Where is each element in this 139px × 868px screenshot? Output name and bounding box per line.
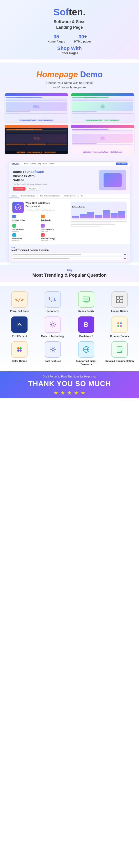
bm-nav-btn[interactable]: Get Started bbox=[116, 162, 128, 165]
svg-rect-4 bbox=[34, 137, 36, 140]
svg-rect-16 bbox=[116, 296, 119, 299]
star-2: ★ bbox=[60, 390, 65, 396]
star-3: ★ bbox=[67, 390, 72, 396]
bm-tab-2[interactable]: Sass Landing Page bbox=[19, 194, 38, 198]
features-row-2: Ps Pixel Perfect Modern Technology bbox=[4, 316, 135, 338]
feature-docs: Detailed Documentation bbox=[105, 341, 135, 366]
color-option-icon bbox=[16, 346, 23, 353]
bm-faq-item-1-icon bbox=[124, 254, 126, 255]
demo-card-4[interactable]: All Your Business Into A New Level aplic… bbox=[71, 125, 135, 154]
bm-chart: Software Growth bbox=[71, 202, 127, 220]
feature-banner: Creative Banner bbox=[105, 316, 135, 338]
svg-line-28 bbox=[50, 326, 51, 327]
stats-row: 05 Home Pages 30+ HTML pages bbox=[4, 34, 135, 43]
stars-row: ★ ★ ★ ★ ★ bbox=[4, 390, 135, 396]
feature-cool-icon-box bbox=[45, 341, 61, 358]
bm-content-right: Software Growth bbox=[71, 202, 127, 241]
logo: Soften. bbox=[4, 7, 135, 18]
bm-feature-development: Development Read More bbox=[12, 233, 40, 241]
big-mockup-container: SofLead Home Features Blog Pages Contact… bbox=[0, 159, 139, 262]
demo-title-orange: Homepage bbox=[36, 70, 78, 79]
svg-point-35 bbox=[17, 349, 20, 352]
docs-icon bbox=[116, 346, 123, 353]
svg-point-36 bbox=[20, 349, 22, 352]
bm-hero-btn-primary[interactable]: Get Started bbox=[13, 187, 26, 191]
demo-card-1[interactable]: New Generation Of Software Design Softwa… bbox=[4, 93, 68, 123]
svg-rect-7 bbox=[101, 137, 104, 139]
star-4: ★ bbox=[74, 390, 79, 396]
bm-faq-item-2 bbox=[11, 257, 128, 260]
bm-tab-4[interactable]: Startup Business bbox=[62, 194, 79, 198]
feature-cool: Cool Features bbox=[38, 341, 68, 366]
bm-faq-item-2-icon bbox=[124, 258, 126, 259]
features-section: </> PowerFull Code Reponsive bbox=[0, 286, 139, 371]
demo-section-title: Homepage Demo bbox=[4, 70, 135, 79]
svg-rect-10 bbox=[55, 298, 56, 301]
bm-hero-title: Boost Your SoftwareBusiness WithSoflead bbox=[13, 170, 96, 182]
bm-bar-5 bbox=[103, 210, 110, 218]
svg-line-45 bbox=[51, 351, 52, 352]
feature-pixel-label: Pixel Perfect bbox=[12, 335, 27, 338]
thankyou-section: Don't Forget to Rate This Item, it's Hel… bbox=[0, 371, 139, 398]
demo-grid: New Generation Of Software Design Softwa… bbox=[4, 93, 135, 154]
feature-html-icon-box: </> bbox=[11, 291, 28, 308]
feature-bootstrap-label: Bootstrap 5 bbox=[79, 335, 93, 338]
bm-navlink-home: Home bbox=[24, 163, 28, 164]
feature-responsive: Reponsive bbox=[38, 291, 68, 313]
feature-color-label: Color Option bbox=[12, 360, 27, 363]
stat-html-pages: 30+ HTML pages bbox=[74, 34, 92, 43]
dont-forget-text: Don't Forget to Rate This Item, it's Hel… bbox=[4, 375, 135, 378]
feature-docs-label: Detailed Documentation bbox=[105, 360, 134, 363]
bm-chart-title: Software Growth bbox=[72, 206, 125, 208]
bm-faq-item-1-line bbox=[13, 254, 81, 255]
bm-faq-lines bbox=[11, 253, 128, 260]
demo-card-2[interactable]: Modern Software For Business Software Ap… bbox=[71, 93, 135, 123]
bm-faq-label: FAQ bbox=[11, 247, 128, 248]
bm-bar-1 bbox=[72, 216, 79, 218]
bm-tab-3[interactable]: Build Software For Business bbox=[37, 194, 62, 198]
stat-html-num: 30+ bbox=[74, 34, 92, 40]
retina-icon bbox=[82, 296, 90, 303]
feature-layout-icon-box bbox=[111, 291, 128, 308]
bm-tab-5[interactable]: Cr bbox=[79, 194, 85, 198]
demo-card-3[interactable]: Boost Your Software Business With Soflea… bbox=[4, 125, 68, 154]
layout-icon bbox=[116, 296, 123, 303]
creative-banner-icon bbox=[116, 321, 123, 328]
svg-line-26 bbox=[54, 326, 55, 327]
bm-hero-text: Boost Your SoftwareBusiness WithSoflead … bbox=[13, 170, 96, 191]
feature-layout: Layout Option bbox=[105, 291, 135, 313]
bm-navlinks: Home Features Blog Pages Contact bbox=[24, 163, 55, 164]
bm-tab-1[interactable]: ication bbox=[9, 194, 19, 198]
svg-line-42 bbox=[51, 347, 52, 348]
feature-responsive-label: Reponsive bbox=[46, 309, 59, 313]
bm-navlink-pages: Pages bbox=[43, 163, 47, 164]
bm-line-3 bbox=[71, 224, 115, 225]
bm-faq-title: Most Trending & Popular Question bbox=[11, 249, 128, 251]
svg-point-37 bbox=[52, 348, 54, 350]
svg-rect-19 bbox=[120, 300, 123, 303]
bm-line-1 bbox=[71, 221, 127, 222]
feature-retina: Retina Ready bbox=[71, 291, 101, 313]
bm-faq-item-2-line bbox=[13, 258, 69, 259]
feature-layout-label: Layout Option bbox=[111, 309, 128, 313]
feature-color-icon-box bbox=[11, 341, 28, 358]
feature-modern: Modern Technology bbox=[38, 316, 68, 338]
feature-browsers-icon-box bbox=[78, 341, 94, 358]
star-5: ★ bbox=[80, 390, 85, 396]
feature-docs-icon-box bbox=[111, 341, 128, 358]
demo-card-3-tag-3: Build Software bbox=[43, 151, 57, 153]
bm-content-left: We're Best in SoftwareDevelopment Feel T… bbox=[12, 202, 68, 241]
demo-subtitle: Choose Your Demo With 05 Uniqueand Creat… bbox=[4, 81, 135, 90]
feature-banner-label: Creative Banner bbox=[110, 335, 129, 338]
header-subtitle: Software & SassLanding Page bbox=[4, 19, 135, 30]
bm-hero-btns: Get Started View Demo bbox=[13, 187, 96, 191]
modern-technology-icon bbox=[49, 321, 57, 328]
feature-retina-label: Retina Ready bbox=[78, 309, 94, 313]
svg-point-32 bbox=[120, 325, 122, 327]
bm-hero-image bbox=[99, 170, 126, 190]
svg-line-27 bbox=[54, 322, 55, 323]
svg-rect-17 bbox=[120, 296, 123, 299]
big-mockup: SofLead Home Features Blog Pages Contact… bbox=[9, 161, 130, 262]
bm-left-subtitle: Feel The Power Of Technology Software Se… bbox=[26, 209, 55, 211]
bm-hero-btn-secondary[interactable]: View Demo bbox=[27, 187, 40, 191]
